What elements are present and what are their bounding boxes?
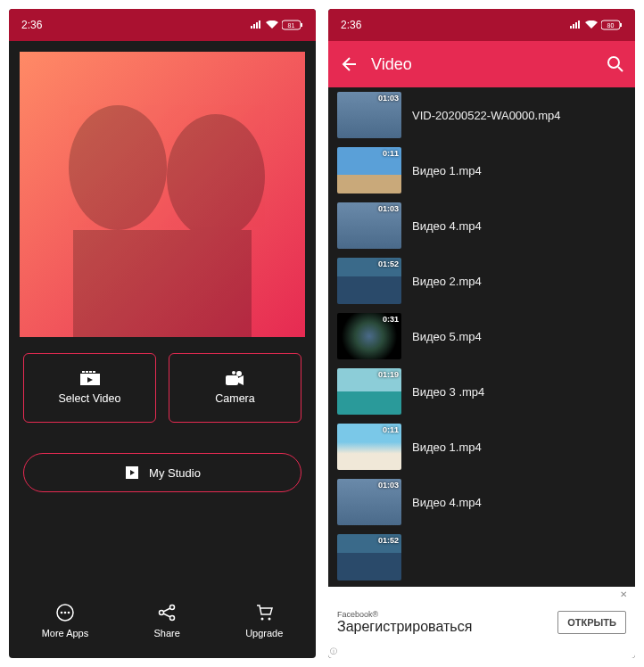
svg-marker-13 [238, 375, 244, 385]
svg-rect-9 [89, 371, 92, 373]
status-icons: 81 [250, 20, 303, 30]
video-filename: Видео 1.mp4 [412, 164, 482, 177]
svg-point-15 [232, 371, 235, 375]
wifi-icon [266, 21, 278, 29]
status-icons: 80 [569, 20, 623, 30]
cart-icon [254, 603, 274, 622]
video-item[interactable]: 0:31Видео 5.mp4 [328, 309, 635, 364]
video-item[interactable]: 01:03Видео 4.mp4 [328, 474, 635, 530]
video-item[interactable]: 01:03VID-20200522-WA0000.mp4 [328, 87, 635, 143]
film-icon [124, 466, 140, 479]
my-studio-label: My Studio [149, 466, 201, 480]
battery-icon: 81 [282, 20, 303, 30]
video-list[interactable]: 01:03VID-20200522-WA0000.mp40:11Видео 1.… [328, 87, 635, 658]
video-thumbnail: 0:11 [337, 424, 401, 470]
video-filename: Видео 3 .mp4 [412, 385, 484, 399]
svg-rect-10 [93, 371, 95, 373]
bottom-nav: More Apps Share Upgrade [9, 587, 316, 658]
status-bar: 2:36 81 [9, 9, 316, 41]
hero-image [20, 52, 305, 337]
phone-right: 2:36 80 Video 01:03VID-20200522-WA0000.m… [328, 9, 635, 658]
signal-icon [250, 21, 262, 29]
share-label: Share [154, 628, 180, 638]
phone-left: 2:36 81 Select Video Camera [9, 9, 316, 658]
svg-rect-8 [86, 371, 88, 373]
signal-icon [569, 21, 582, 29]
main-buttons-row: Select Video Camera [9, 337, 316, 432]
status-time: 2:36 [341, 19, 361, 31]
video-item[interactable]: 0:11Видео 1.mp4 [328, 419, 635, 474]
ad-open-button[interactable]: ОТКРЫТЬ [557, 611, 626, 634]
ad-banner: Facebook® Зарегистрироваться ОТКРЫТЬ ⓘ ✕ [328, 587, 635, 658]
battery-icon: 80 [601, 20, 623, 30]
svg-point-23 [68, 612, 70, 614]
svg-point-14 [236, 371, 242, 376]
video-item[interactable]: 01:52 [328, 530, 635, 585]
svg-point-24 [170, 605, 175, 610]
search-icon[interactable] [607, 55, 624, 73]
svg-point-3 [69, 105, 167, 230]
svg-point-4 [167, 114, 265, 239]
my-studio-button[interactable]: My Studio [23, 453, 301, 492]
svg-point-26 [170, 616, 175, 621]
video-duration: 01:03 [378, 481, 399, 490]
app-bar: Video [328, 41, 635, 87]
svg-line-27 [163, 608, 170, 612]
video-thumbnail: 01:52 [337, 534, 401, 581]
svg-rect-12 [226, 375, 238, 385]
wifi-icon [585, 21, 598, 29]
hero-silhouette [20, 52, 305, 337]
ad-source: Facebook® [337, 610, 557, 619]
svg-point-25 [160, 611, 164, 615]
select-video-button[interactable]: Select Video [23, 353, 156, 423]
svg-point-34 [608, 57, 619, 68]
camera-label: Camera [215, 392, 254, 405]
video-duration: 01:52 [378, 536, 399, 545]
svg-rect-7 [82, 371, 85, 373]
video-duration: 01:52 [378, 259, 399, 268]
video-filename: Видео 2.mp4 [412, 275, 482, 288]
ad-text[interactable]: Зарегистрироваться [337, 619, 557, 635]
svg-line-35 [618, 67, 623, 71]
video-duration: 0:11 [383, 425, 399, 434]
svg-point-22 [64, 612, 67, 614]
upgrade-label: Upgrade [245, 628, 283, 638]
video-duration: 0:31 [383, 315, 399, 324]
svg-point-21 [61, 612, 63, 614]
svg-line-28 [163, 613, 170, 617]
svg-rect-5 [73, 230, 252, 337]
more-icon [55, 603, 75, 622]
status-time: 2:36 [21, 19, 42, 31]
appbar-title: Video [371, 55, 412, 74]
video-thumbnail: 01:19 [337, 368, 401, 415]
share-button[interactable]: Share [154, 603, 180, 638]
video-item[interactable]: 01:03Видео 4.mp4 [328, 198, 635, 253]
video-thumbnail: 01:03 [337, 92, 401, 138]
video-filename: Видео 5.mp4 [412, 330, 482, 343]
video-item[interactable]: 01:19Видео 3 .mp4 [328, 364, 635, 419]
video-filename: Видео 4.mp4 [412, 496, 482, 509]
ad-close-icon[interactable]: ✕ [620, 589, 632, 602]
video-item[interactable]: 0:11Видео 1.mp4 [328, 143, 635, 198]
video-thumbnail: 0:31 [337, 313, 401, 359]
svg-text:81: 81 [288, 22, 295, 29]
svg-rect-17 [124, 466, 126, 479]
status-bar: 2:36 80 [328, 9, 635, 41]
video-strip-icon [80, 371, 100, 385]
video-duration: 01:03 [378, 204, 399, 213]
video-filename: Видео 1.mp4 [412, 441, 482, 454]
video-thumbnail: 01:03 [337, 479, 401, 525]
svg-point-29 [261, 618, 264, 621]
svg-rect-32 [620, 23, 622, 27]
more-apps-button[interactable]: More Apps [42, 603, 89, 638]
upgrade-button[interactable]: Upgrade [245, 603, 283, 638]
camera-button[interactable]: Camera [169, 353, 301, 423]
svg-point-30 [268, 618, 271, 621]
back-icon[interactable] [339, 55, 357, 73]
svg-rect-18 [138, 466, 140, 479]
video-item[interactable]: 01:52Видео 2.mp4 [328, 253, 635, 309]
share-icon [157, 603, 177, 622]
video-duration: 01:03 [378, 94, 399, 103]
more-apps-label: More Apps [42, 628, 89, 638]
ad-info-icon[interactable]: ⓘ [330, 646, 337, 656]
